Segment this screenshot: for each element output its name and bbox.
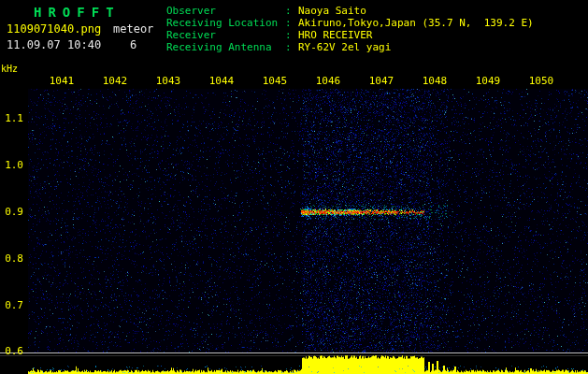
y-tick-label: 0.7	[0, 299, 23, 311]
info-value: RY-62V 2el yagi	[298, 41, 391, 53]
x-tick-label: 1047	[367, 75, 395, 87]
y-tick-label: 1.1	[0, 112, 23, 124]
x-tick-label: 1042	[101, 75, 129, 87]
info-colon: :	[285, 29, 298, 41]
station-info-table: Observer : Naoya Saito Receiving Locatio…	[166, 5, 534, 53]
x-tick-label: 1046	[314, 75, 342, 87]
x-tick-label: 1044	[208, 75, 236, 87]
y-axis-unit-label: kHz	[1, 64, 18, 74]
observation-datetime: 11.09.07 10:40	[7, 38, 101, 51]
x-tick-label: 1045	[261, 75, 289, 87]
y-tick-label: 1.0	[0, 159, 23, 171]
info-label: Receiving Antenna	[166, 41, 285, 53]
info-label: Receiver	[166, 29, 285, 41]
info-value: HRO RECEIVER	[298, 29, 372, 41]
info-value: Naoya Saito	[298, 5, 366, 17]
echo-count: 6	[130, 38, 136, 51]
info-label: Receiving Location	[166, 17, 285, 29]
info-row-location: Receiving Location : Akiruno,Tokyo,Japan…	[166, 17, 534, 29]
info-colon: :	[285, 41, 298, 53]
info-label: Observer	[166, 5, 285, 17]
info-row-observer: Observer : Naoya Saito	[166, 5, 534, 17]
hrofft-output: HROFFT 1109071040.png meteor 11.09.07 10…	[0, 0, 588, 374]
spectrogram-canvas	[0, 0, 588, 374]
x-tick-label: 1049	[474, 75, 502, 87]
info-colon: :	[285, 5, 298, 17]
y-tick-label: 0.9	[0, 206, 23, 218]
x-tick-label: 1050	[527, 75, 555, 87]
info-row-receiver: Receiver : HRO RECEIVER	[166, 29, 534, 41]
x-tick-label: 1048	[421, 75, 449, 87]
x-tick-label: 1043	[154, 75, 182, 87]
y-tick-label: 0.8	[0, 252, 23, 265]
info-colon: :	[285, 17, 298, 29]
observation-mode-label: meteor	[113, 22, 153, 36]
app-title: HROFFT	[34, 5, 121, 20]
info-value: Akiruno,Tokyo,Japan (35.7 N, 139.2 E)	[298, 17, 534, 29]
y-tick-label: 0.6	[0, 345, 23, 357]
output-filename: 1109071040.png	[7, 22, 101, 36]
x-tick-label: 1041	[48, 75, 76, 87]
info-row-antenna: Receiving Antenna : RY-62V 2el yagi	[166, 41, 534, 53]
